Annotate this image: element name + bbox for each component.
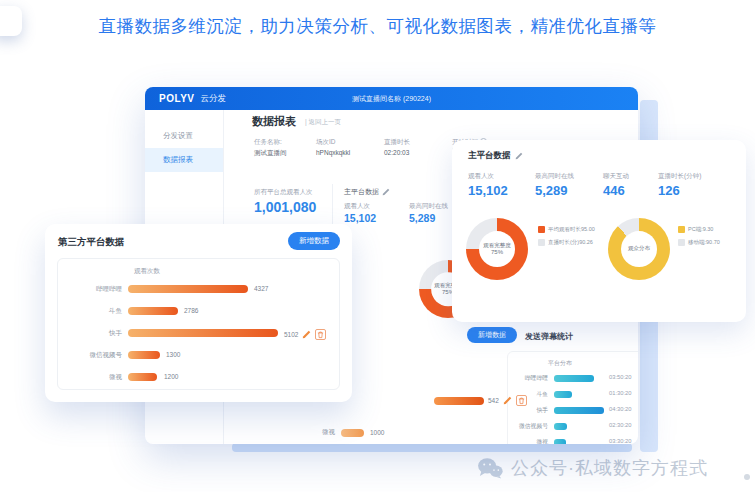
- danmu-section-title: 发送弹幕统计: [525, 331, 573, 342]
- legend-item: 移动端:90.70: [678, 239, 720, 246]
- bar: [554, 439, 566, 445]
- row-value: 4327: [254, 285, 268, 292]
- row-value: 03:30:20: [609, 438, 632, 444]
- main-platform-card: 主平台数据 观看人次 15,102 最高同时在线 5,289 聊天互动 446 …: [452, 140, 746, 322]
- row-value: 2786: [184, 307, 198, 314]
- row-label: 哔哩哔哩: [494, 374, 548, 383]
- bar: [128, 373, 157, 381]
- edit-icon[interactable]: [515, 152, 523, 160]
- stat-label: 观看人次: [344, 202, 370, 211]
- delete-icon[interactable]: [516, 395, 527, 406]
- bar: [554, 423, 567, 430]
- bar: [128, 285, 248, 293]
- chart-row: 斗鱼 2786: [58, 305, 339, 317]
- inline-title-text: 主平台数据: [344, 187, 379, 197]
- row-value: 5102: [284, 331, 298, 338]
- completion-donut-chart: 观看完整度 75%: [466, 218, 528, 280]
- row-value: 01:30:20: [609, 390, 632, 396]
- delete-icon[interactable]: [315, 329, 326, 340]
- add-data-button[interactable]: 新增数据: [288, 232, 340, 250]
- row-label: 快手: [58, 329, 122, 338]
- stat-value: 15,102: [468, 183, 508, 198]
- row-label: 微视: [494, 438, 548, 444]
- legend-swatch: [538, 239, 545, 246]
- bar: [434, 397, 484, 405]
- stat-value: 5,289: [535, 183, 568, 198]
- stat-value: 5,289: [409, 212, 435, 224]
- chart-axis-label: 观看次数: [134, 267, 160, 276]
- bar: [554, 407, 604, 414]
- meta-label: 场次ID: [316, 138, 336, 147]
- chart-row: 哔哩哔哩 4327: [58, 283, 339, 295]
- app-header: POLYV 云分发 测试直播间名称 (290224): [145, 87, 638, 110]
- donut-center: 观看完整度 75%: [479, 231, 515, 267]
- dot-deco: [744, 474, 750, 480]
- edit-icon[interactable]: [503, 396, 512, 405]
- stat-label: 最高同时在线: [535, 172, 574, 181]
- legend-swatch: [538, 226, 545, 233]
- row-value: 1000: [370, 429, 384, 436]
- meta-label: 任务名称:: [254, 138, 282, 147]
- row-label: 微信视频号: [58, 351, 122, 360]
- row-value-group: 5102: [284, 329, 326, 340]
- legend-label: 直播时长(分)90.26: [548, 239, 593, 246]
- sidebar-item-report[interactable]: 数据报表: [145, 148, 223, 172]
- sidebar-item-label: 数据报表: [163, 155, 193, 164]
- stat-label: 观看人次: [468, 172, 494, 181]
- audience-donut-chart: 观众分布: [608, 218, 670, 280]
- bar: [128, 307, 178, 315]
- legend-swatch: [678, 226, 685, 233]
- footer-text: 公众号·私域数字方程式: [511, 456, 708, 480]
- views-chart-panel: 观看次数 哔哩哔哩 4327 斗鱼 2786 快手 5102: [57, 258, 340, 390]
- legend-swatch: [678, 239, 685, 246]
- chart-row: 微视 1200: [58, 371, 339, 383]
- page: 直播数据多维沉淀，助力决策分析、可视化数据图表，精准优化直播等 POLYV 云分…: [0, 0, 755, 492]
- add-data-button[interactable]: 新增数据: [467, 327, 517, 343]
- stat-label: 聊天互动: [603, 172, 629, 181]
- row-label: 微视: [58, 373, 122, 382]
- row-label: 哔哩哔哩: [58, 285, 122, 294]
- legend-label: PC端:9.30: [688, 226, 713, 233]
- third-party-data-card: 第三方平台数据 新增数据 观看次数 哔哩哔哩 4327 斗鱼 2786 快手 5…: [45, 224, 352, 402]
- donut-center-label: 观众分布: [628, 245, 650, 252]
- row-value: 02:30:20: [609, 422, 632, 428]
- chart-row: 微信视频号 1300: [58, 349, 339, 361]
- donut-center-value: 75%: [491, 249, 503, 255]
- sidebar-item-distribution[interactable]: 分发设置: [145, 124, 223, 148]
- sidebar-item-label: 分发设置: [163, 131, 193, 140]
- wechat-icon: [477, 457, 503, 479]
- legend-item: 平均观看时长95.00: [538, 226, 595, 233]
- row-label: 微信视频号: [494, 422, 548, 431]
- edit-icon[interactable]: [302, 330, 311, 339]
- bar: [128, 351, 160, 359]
- footer: 公众号·私域数字方程式: [430, 456, 755, 480]
- donut-center: 观众分布: [621, 231, 657, 267]
- row-label: 斗鱼: [58, 307, 122, 316]
- meta-value: hPNqxkqkkl: [316, 149, 350, 156]
- chart-row: 快手 5102: [58, 327, 339, 339]
- row-value: 1300: [166, 351, 180, 358]
- chart-row: 微视 03:30:20: [508, 437, 638, 444]
- row-value: 04:30:20: [609, 406, 632, 412]
- card-title: 第三方平台数据: [58, 236, 125, 249]
- total-views-value: 1,001,080: [254, 199, 316, 215]
- chart-row: 微信视频号 02:30:20: [508, 421, 638, 431]
- bottom-bar-row: 微视 1000: [322, 428, 384, 437]
- page-headline: 直播数据多维沉淀，助力决策分析、可视化数据图表，精准优化直播等: [0, 14, 755, 38]
- meta-value: 测试直播间: [254, 149, 287, 158]
- donut-center-label: 观看完整度: [483, 242, 511, 249]
- bar: [128, 329, 278, 337]
- edit-icon[interactable]: [382, 188, 390, 196]
- legend-label: 移动端:90.70: [688, 239, 720, 246]
- bar: [554, 391, 572, 398]
- row-value: 03:50:20: [609, 374, 632, 380]
- chart-row: 哔哩哔哩 03:50:20: [508, 373, 638, 383]
- back-link[interactable]: | 返回上一页: [305, 118, 341, 127]
- room-title: 测试直播间名称 (290224): [145, 94, 638, 104]
- peek-bar-row: 542: [434, 395, 527, 406]
- meta-value: 02:20:03: [384, 149, 409, 156]
- bar: [554, 375, 594, 382]
- stat-label: 直播时长(分钟): [658, 172, 701, 181]
- row-label: 微视: [322, 428, 335, 437]
- meta-label: 直播时长: [384, 138, 410, 147]
